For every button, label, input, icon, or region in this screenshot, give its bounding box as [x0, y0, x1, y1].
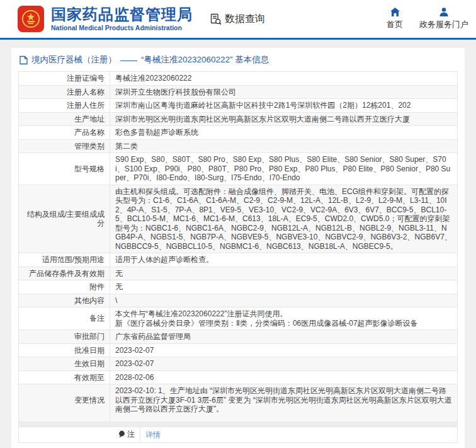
- row-label: 结构及组成/主要组成成分: [19, 185, 110, 253]
- home-icon: [390, 7, 400, 17]
- row-label: 型号规格: [19, 153, 110, 185]
- row-value: 适用于人体的超声诊断检查。: [110, 253, 458, 267]
- row-label: 产品储存条件及有效期: [19, 267, 110, 280]
- row-label: 管理类别: [19, 139, 110, 153]
- agency-title: 国家药品监督管理局: [51, 6, 193, 23]
- breadcrumb-current: “粤械注准20232060222” 基本信息: [141, 54, 269, 66]
- row-value: 2023-02-07: [110, 357, 458, 371]
- row-label: 审批部门: [19, 330, 110, 344]
- row-label: 备注: [19, 307, 110, 330]
- row-value: S90 Exp、S80、S80T、S80 Pro、S80 Exp、S80 Plu…: [110, 153, 458, 185]
- note-row: 注 详情: [19, 427, 458, 443]
- row-value: \: [110, 294, 458, 307]
- row-label: 注册证编号: [19, 72, 110, 86]
- table-row: 备注 本文件与“粤械注准20232060222”注册证共同使用。新《医疗器械分类…: [19, 307, 458, 330]
- agency-title-block: 国家药品监督管理局 National Medical Products Admi…: [51, 6, 193, 32]
- row-value: 无: [110, 280, 458, 294]
- row-value: 深圳市南山区粤海街道麻岭社区高新中区科技中2路1号深圳软件园（2期）12栋201…: [110, 99, 458, 113]
- breadcrumb-dash: ——: [120, 55, 137, 65]
- data-query-tab[interactable]: 数据查询: [209, 13, 265, 26]
- site-header: 国家药品监督管理局 National Medical Products Admi…: [0, 0, 476, 40]
- row-label: 产品名称: [19, 126, 110, 140]
- table-row: 适用范围/预期用途 适用于人体的超声诊断检查。: [19, 253, 458, 267]
- table-row: 产品名称 彩色多普勒超声诊断系统: [19, 126, 458, 140]
- note-table: 注 详情: [18, 427, 458, 444]
- row-value: 彩色多普勒超声诊断系统: [110, 126, 458, 140]
- national-emblem-icon: [20, 8, 42, 30]
- row-label: 附件: [19, 280, 110, 294]
- row-value: 2023-02-07: [110, 343, 458, 357]
- row-label: 生效日期: [19, 357, 110, 371]
- document-icon: [20, 55, 28, 65]
- row-value: 由主机和探头组成。可选配附件：融合成像组件、脚踏开关、电池、ECG组件和穿刺架。…: [110, 185, 458, 253]
- row-value: 2028-02-06: [110, 370, 458, 384]
- row-value: 无: [110, 267, 458, 280]
- breadcrumb: 境内医疗器械（注册） —— “粤械注准20232060222” 基本信息: [18, 51, 458, 71]
- header-nav: 首页 政务服务门户: [387, 7, 468, 30]
- note-balloon-icon: [118, 430, 125, 438]
- nmpa-logo[interactable]: [18, 6, 44, 32]
- row-value: 深圳开立生物医疗科技股份有限公司: [110, 85, 458, 99]
- table-row: 产品储存条件及有效期 无: [19, 267, 458, 280]
- table-row: 生效日期 2023-02-07: [19, 357, 458, 371]
- info-table-body: 注册证编号 粤械注准20232060222 注册人名称 深圳开立生物医疗科技股份…: [19, 72, 458, 422]
- table-row: 批准日期 2023-02-07: [19, 343, 458, 357]
- note-details-link[interactable]: 详情: [145, 430, 161, 439]
- row-label: 变更情况: [19, 384, 110, 422]
- nav-gov-portal-label: 政务服务门户: [419, 19, 468, 30]
- table-row: 其他内容 \: [19, 294, 458, 307]
- row-value: 第二类: [110, 139, 458, 153]
- row-label: 注册人住所: [19, 99, 110, 113]
- nav-gov-portal[interactable]: 政务服务门户: [419, 7, 468, 30]
- table-row: 注册证编号 粤械注准20232060222: [19, 72, 458, 86]
- data-query-icon: [209, 13, 222, 26]
- user-icon: [439, 7, 449, 17]
- row-value: 广东省药品监督管理局: [110, 330, 458, 344]
- agency-subtitle: National Medical Products Administration: [51, 25, 193, 32]
- table-row: 生产地址 深圳市光明区光明街道东周社区光明高新区东片区双明大道南侧二号路以西开立…: [19, 112, 458, 126]
- row-value: 2023-02-10: 1、生产地址由 “深圳市光明区光明街道东周社区光明高新区…: [110, 384, 458, 422]
- table-row: 附件 无: [19, 280, 458, 294]
- row-label: 有效期至: [19, 370, 110, 384]
- row-label: 批准日期: [19, 343, 110, 357]
- row-value: 粤械注准20232060222: [110, 72, 458, 86]
- row-label: 适用范围/预期用途: [19, 253, 110, 267]
- data-query-label: 数据查询: [225, 13, 265, 26]
- row-value: 本文件与“粤械注准20232060222”注册证共同使用。新《医疗器械分类目录》…: [110, 307, 458, 330]
- breadcrumb-section[interactable]: 境内医疗器械（注册）: [31, 54, 116, 66]
- table-row: 注册人住所 深圳市南山区粤海街道麻岭社区高新中区科技中2路1号深圳软件园（2期）…: [19, 99, 458, 113]
- table-row: 有效期至 2028-02-06: [19, 370, 458, 384]
- nav-home-label: 首页: [387, 19, 403, 30]
- table-row: 结构及组成/主要组成成分 由主机和探头组成。可选配附件：融合成像组件、脚踏开关、…: [19, 185, 458, 253]
- table-row: 注册人名称 深圳开立生物医疗科技股份有限公司: [19, 85, 458, 99]
- table-row: 审批部门 广东省药品监督管理局: [19, 330, 458, 344]
- row-label: 注册人名称: [19, 85, 110, 99]
- table-divider: [18, 422, 458, 427]
- nav-home[interactable]: 首页: [387, 7, 403, 30]
- page: 国家药品监督管理局 National Medical Products Admi…: [0, 0, 476, 448]
- info-table: 注册证编号 粤械注准20232060222 注册人名称 深圳开立生物医疗科技股份…: [18, 71, 458, 422]
- note-label-text: 注: [127, 430, 135, 439]
- table-row: 管理类别 第二类: [19, 139, 458, 153]
- content-panel: 境内医疗器械（注册） —— “粤械注准20232060222” 基本信息 注册证…: [11, 48, 465, 448]
- row-label: 生产地址: [19, 112, 110, 126]
- table-row: 型号规格 S90 Exp、S80、S80T、S80 Pro、S80 Exp、S8…: [19, 153, 458, 185]
- row-label: 其他内容: [19, 294, 110, 307]
- row-value: 深圳市光明区光明街道东周社区光明高新区东片区双明大道南侧二号路以西开立医疗大厦: [110, 112, 458, 126]
- table-row: 变更情况 2023-02-10: 1、生产地址由 “深圳市光明区光明街道东周社区…: [19, 384, 458, 422]
